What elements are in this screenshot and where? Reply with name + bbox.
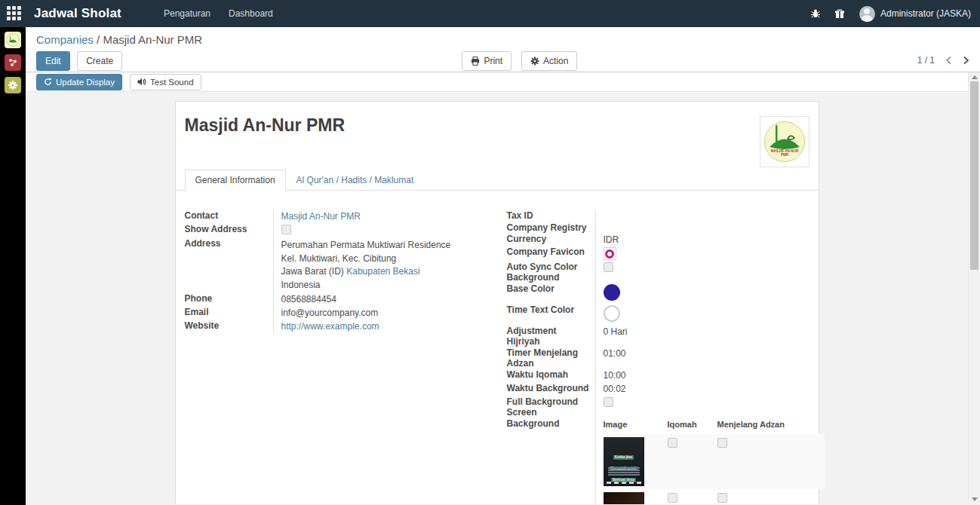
background-image-2: Akibat tidak Sibuk dengan Al-Qur'an? xyxy=(604,492,644,504)
address-city-link[interactable]: Kabupaten Bekasi xyxy=(346,266,419,277)
auto-sync-checkbox[interactable] xyxy=(604,262,613,272)
vertical-scrollbar[interactable] xyxy=(968,72,980,504)
timer-menjelang-adzan-label: Timer Menjelang Adzan xyxy=(507,347,596,369)
address-street2: Kel. Muktiwari, Kec. Cibitung xyxy=(281,252,451,266)
logo-caption-2: PMR xyxy=(780,153,788,157)
group-right: Tax ID Company Registry Currency IDR xyxy=(507,210,809,504)
sidebar-app-red[interactable] xyxy=(5,54,21,71)
tax-id-label: Tax ID xyxy=(507,210,596,222)
user-menu[interactable]: Administrator (JASKA) xyxy=(859,6,971,22)
email-label: Email xyxy=(185,307,274,320)
pager-count: 1 / 1 xyxy=(917,55,935,66)
menu-dashboard[interactable]: Dashboard xyxy=(221,1,281,26)
full-background-screen-checkbox[interactable] xyxy=(604,397,613,407)
scroll-down-icon[interactable] xyxy=(972,497,978,501)
pager-previous-icon[interactable] xyxy=(945,56,952,65)
scroll-up-icon[interactable] xyxy=(972,75,978,79)
row1-menjelang-adzan-checkbox[interactable] xyxy=(717,438,727,448)
column-menjelang-adzan: Menjelang Adzan xyxy=(717,419,825,430)
background-label: Background xyxy=(507,418,596,504)
company-registry-label: Company Registry xyxy=(507,222,596,234)
user-avatar xyxy=(859,6,875,22)
full-background-screen-label: Full Background Screen xyxy=(507,396,596,418)
app-brand[interactable]: Jadwal Sholat xyxy=(34,6,121,21)
form-toolbar: Update Display Test Sound xyxy=(26,72,968,92)
create-button[interactable]: Create xyxy=(77,51,122,71)
row1-iqomah-checkbox[interactable] xyxy=(668,438,677,448)
company-favicon-label: Company Favicon xyxy=(507,246,596,262)
scrollbar-thumb[interactable] xyxy=(970,81,978,270)
auto-sync-label: Auto Sync Color Background xyxy=(507,262,596,283)
pager-next-icon[interactable] xyxy=(963,56,969,65)
currency-value: IDR xyxy=(596,234,619,246)
breadcrumb-current: Masjid An-Nur PMR xyxy=(103,33,202,46)
bug-icon[interactable] xyxy=(805,4,826,23)
control-panel: Companies / Masjid An-Nur PMR Edit Creat… xyxy=(26,27,980,72)
navbar-right: Administrator (JASKA) xyxy=(805,4,980,23)
printer-icon xyxy=(471,57,480,66)
gift-icon[interactable] xyxy=(829,4,850,23)
website-value-link[interactable]: http://www.example.com xyxy=(281,321,379,332)
sidebar-app-settings[interactable] xyxy=(5,77,21,93)
time-text-color-swatch[interactable] xyxy=(604,305,620,322)
table-row[interactable]: Ketika jiwa Mengajak untuk Berbuat dosa xyxy=(604,434,825,489)
center-buttons: Print Action xyxy=(122,51,917,71)
group-left: Contact Masjid An-Nur PMR Show Address A… xyxy=(185,210,487,504)
website-label: Website xyxy=(185,320,274,334)
phone-value: 08568884454 xyxy=(274,293,336,306)
column-iqomah: Iqomah xyxy=(668,419,717,430)
waktu-iqomah-value: 10:00 xyxy=(596,369,626,382)
nav-menus: Pengaturan Dashboard xyxy=(156,1,281,26)
test-sound-button[interactable]: Test Sound xyxy=(130,74,201,90)
sidebar-app-jadwal-sholat[interactable] xyxy=(5,32,21,48)
background-table-header: Image Iqomah Menjelang Adzan xyxy=(604,419,825,434)
menu-pengaturan[interactable]: Pengaturan xyxy=(156,1,218,26)
breadcrumb-companies[interactable]: Companies xyxy=(36,33,94,46)
user-name: Administrator (JASKA) xyxy=(880,8,971,19)
breadcrumb: Companies / Masjid An-Nur PMR xyxy=(36,33,969,46)
row2-menjelang-adzan-checkbox[interactable] xyxy=(717,493,727,503)
address-street: Perumahan Permata Muktiwari Residence xyxy=(281,239,451,252)
breadcrumb-separator: / xyxy=(97,33,100,46)
show-address-checkbox[interactable] xyxy=(281,225,291,234)
update-display-button[interactable]: Update Display xyxy=(36,74,122,90)
company-logo[interactable]: MASJID AN-NUR PMR xyxy=(760,116,809,167)
main-area: Companies / Masjid An-Nur PMR Edit Creat… xyxy=(26,27,980,505)
address-state-city: Jawa Barat (ID) Kabupaten Bekasi xyxy=(281,265,451,279)
base-color-swatch[interactable] xyxy=(604,284,620,301)
app-sidebar xyxy=(0,27,26,505)
form-sheet: Masjid An-Nur PMR MASJID AN-NUR PMR xyxy=(175,101,819,504)
waktu-background-label: Waktu Background xyxy=(507,383,596,396)
top-navbar: Jadwal Sholat Pengaturan Dashboard Admin… xyxy=(0,0,980,27)
waktu-iqomah-label: Waktu Iqomah xyxy=(507,369,596,383)
waktu-background-value: 00:02 xyxy=(596,383,626,396)
record-buttons: Edit Create xyxy=(36,51,122,71)
print-button[interactable]: Print xyxy=(462,51,512,71)
company-registry-value xyxy=(596,222,604,224)
speaker-icon xyxy=(137,78,146,86)
tax-id-value xyxy=(596,210,604,212)
phone-label: Phone xyxy=(185,293,274,307)
company-favicon-image[interactable] xyxy=(604,247,616,260)
column-image: Image xyxy=(604,419,668,430)
tab-general-information[interactable]: General Information xyxy=(185,170,286,191)
notebook-tabs: General Information Al Qur'an / Hadits /… xyxy=(176,169,819,191)
tab-quran-hadits-maklumat[interactable]: Al Qur'an / Hadits / Maklumat xyxy=(286,170,425,191)
gear-icon xyxy=(530,57,539,66)
form-view: Masjid An-Nur PMR MASJID AN-NUR PMR xyxy=(26,92,968,504)
row2-iqomah-checkbox[interactable] xyxy=(668,493,677,503)
table-row[interactable]: Akibat tidak Sibuk dengan Al-Qur'an? xyxy=(604,489,825,504)
email-value: info@yourcompany.com xyxy=(274,307,379,320)
currency-label: Currency xyxy=(507,234,596,246)
edit-button[interactable]: Edit xyxy=(36,51,70,71)
adjustment-hijriyah-value: 0 Hari xyxy=(596,326,628,338)
show-address-label: Show Address xyxy=(185,224,274,238)
contact-value-link[interactable]: Masjid An-Nur PMR xyxy=(281,211,361,222)
address-state: Jawa Barat (ID) xyxy=(281,266,344,277)
logo-caption: MASJID AN-NUR xyxy=(770,149,798,153)
timer-menjelang-adzan-value: 01:00 xyxy=(596,347,626,360)
adjustment-hijriyah-label: Adjustment Hijriyah xyxy=(507,326,596,347)
refresh-icon xyxy=(44,78,52,86)
action-button[interactable]: Action xyxy=(521,51,577,71)
apps-grid-icon[interactable] xyxy=(7,6,22,21)
